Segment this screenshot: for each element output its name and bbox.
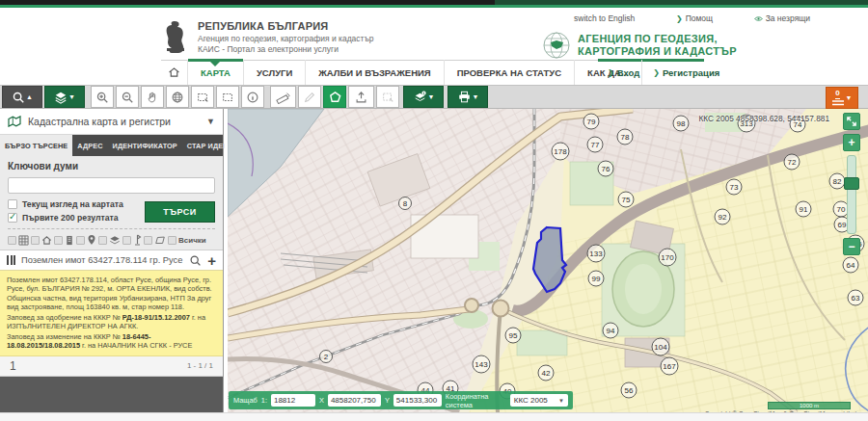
orders-icon: 0	[832, 90, 844, 106]
nav-item-proverka[interactable]: ПРОВЕРКА НА СТАТУС	[445, 60, 575, 85]
filter-houses[interactable]	[31, 235, 52, 246]
first-200-checkbox-row[interactable]: Първите 200 резултата	[8, 213, 145, 223]
layers-icon	[54, 91, 68, 104]
chevron-down-icon: ▼	[206, 117, 215, 126]
y-coordinate-input[interactable]	[393, 394, 442, 407]
government-logo: РЕПУБЛИКА БЪЛГАРИЯ Агенция по геодезия, …	[161, 19, 374, 54]
extent-rectangle-icon	[221, 91, 234, 104]
filter-geodetic-checkbox[interactable]	[122, 236, 131, 245]
svg-text:133: 133	[589, 250, 603, 258]
full-extent-button[interactable]	[166, 86, 189, 108]
upload-button[interactable]	[348, 86, 374, 108]
chevron-down-icon: ▼	[846, 94, 853, 101]
info-layers-menu-button[interactable]: ▼	[403, 86, 444, 108]
zoom-out-button[interactable]	[116, 86, 139, 108]
amendment-order: Заповед за изменение на КККР № 18-6445-1…	[7, 332, 216, 351]
search-button[interactable]: ТЪРСИ	[145, 201, 215, 223]
nav-item-uslugi[interactable]: УСЛУГИ	[244, 60, 306, 85]
nav-item-zhalbi[interactable]: ЖАЛБИ И ВЪЗРАЖЕНИЯ	[306, 60, 444, 85]
map-statusbar: Мащаб 1: X Y Координатна система ККС 200…	[229, 391, 573, 409]
filter-polygons[interactable]	[144, 235, 166, 246]
filter-layers-checkbox[interactable]	[98, 236, 107, 245]
quick-search-panel: Ключови думи Текущ изглед на картата Пър…	[0, 156, 223, 250]
register-link[interactable]: ❯Регистрация	[653, 67, 719, 78]
chevron-right-icon: ❯	[653, 68, 660, 77]
filter-houses-checkbox[interactable]	[31, 236, 40, 245]
filter-zones-checkbox[interactable]	[8, 236, 16, 245]
filter-layers[interactable]	[98, 235, 121, 246]
filter-zones[interactable]	[8, 235, 29, 246]
layer-group-select[interactable]: Кадастрална карта и регистри ▼	[0, 109, 223, 135]
box-zoom-button[interactable]	[191, 86, 214, 108]
search-panel-toggle-button[interactable]: ▲	[2, 86, 42, 108]
measure-button[interactable]	[270, 86, 296, 108]
search-tab-1[interactable]: АДРЕС	[72, 135, 107, 156]
grid-icon	[18, 235, 29, 246]
filter-all-checkbox[interactable]	[168, 236, 176, 245]
keywords-input[interactable]	[8, 177, 215, 194]
svg-text:170: 170	[661, 253, 674, 262]
filter-addresses-checkbox[interactable]	[76, 236, 85, 245]
full-screen-button[interactable]	[843, 113, 860, 130]
filter-buildings-checkbox[interactable]	[54, 236, 63, 245]
accessibility-link[interactable]: За незрящи	[754, 13, 810, 23]
result-item-header[interactable]: Поземлен имот 63427.178.114 гр. Русе +	[0, 250, 223, 271]
keywords-label: Ключови думи	[8, 161, 215, 171]
orders-cart-button[interactable]: 0 ▼	[826, 87, 858, 109]
expand-result-icon[interactable]: +	[207, 253, 216, 268]
parcel-description: Поземлен имот 63427.178.114, област Русе…	[7, 276, 216, 312]
coat-of-arms-lion-icon	[161, 19, 190, 54]
svg-text:94: 94	[607, 327, 615, 335]
cursor-coordinates: ККС 2005 4858398.628, 544157.881	[698, 114, 829, 123]
svg-text:98: 98	[677, 119, 686, 128]
first-200-checkbox[interactable]	[8, 213, 17, 223]
chevron-down-icon: ▼	[68, 93, 75, 100]
svg-text:56: 56	[625, 386, 634, 395]
layer-group-label: Кадастрална карта и регистри	[28, 116, 200, 127]
zoom-slider-track[interactable]	[847, 155, 856, 234]
help-link[interactable]: ❯Помощ	[676, 13, 713, 23]
page-number[interactable]: 1	[10, 359, 16, 373]
search-tab-2[interactable]: ИДЕНТИФИКАТОР	[108, 135, 182, 156]
zoom-to-result-icon[interactable]	[189, 254, 202, 267]
crs-select[interactable]: ККС 2005 ▼	[510, 394, 568, 407]
y-label: Y	[385, 396, 390, 405]
nav-item-karta[interactable]: КАРТА	[188, 60, 244, 85]
map-viewport[interactable]: 8178799831374777876728275739291706910564…	[225, 109, 868, 412]
login-link[interactable]: ❯Вход	[608, 67, 639, 78]
zoom-in-button[interactable]	[91, 86, 114, 108]
nav-home-button[interactable]	[161, 60, 188, 85]
scale-input[interactable]	[271, 394, 315, 407]
filter-geodetic-points[interactable]	[122, 234, 142, 246]
chevron-right-icon: ❯	[608, 68, 614, 77]
search-sidebar: Кадастрална карта и регистри ▼ БЪРЗО ТЪР…	[0, 109, 224, 412]
x-coordinate-input[interactable]	[328, 394, 381, 407]
upload-icon	[354, 91, 368, 104]
svg-text:2: 2	[324, 353, 329, 361]
current-view-checkbox[interactable]	[8, 199, 17, 209]
filter-polygons-checkbox[interactable]	[144, 236, 152, 245]
identify-button[interactable]	[241, 86, 264, 108]
layers-menu-button[interactable]: ▼	[44, 86, 85, 108]
pan-button[interactable]	[141, 86, 164, 108]
zoom-out-map-button[interactable]: −	[843, 238, 860, 255]
cadastral-basemap: 8178799831374777876728275739291706910564…	[228, 109, 868, 412]
house-icon	[41, 235, 52, 246]
filter-all[interactable]: Всички	[168, 236, 206, 245]
draw-polygon-button[interactable]	[323, 86, 346, 108]
result-details: Поземлен имот 63427.178.114, област Русе…	[0, 271, 223, 356]
select-features-button[interactable]	[376, 86, 399, 108]
switch-language-link[interactable]: switch to English	[574, 13, 635, 23]
current-view-checkbox-row[interactable]: Текущ изглед на картата	[8, 199, 145, 209]
filter-buildings[interactable]	[54, 235, 74, 246]
x-label: X	[319, 396, 324, 405]
filter-addresses[interactable]	[76, 234, 96, 246]
draw-line-button[interactable]	[298, 86, 321, 108]
print-menu-button[interactable]: ▼	[448, 86, 488, 108]
search-tab-0[interactable]: БЪРЗО ТЪРСЕНЕ	[0, 135, 72, 156]
zoom-slider-handle[interactable]	[844, 177, 859, 190]
zoom-in-map-button[interactable]: +	[843, 134, 860, 151]
previous-extent-button[interactable]	[216, 86, 239, 108]
svg-text:76: 76	[602, 165, 610, 173]
home-icon	[168, 66, 180, 78]
